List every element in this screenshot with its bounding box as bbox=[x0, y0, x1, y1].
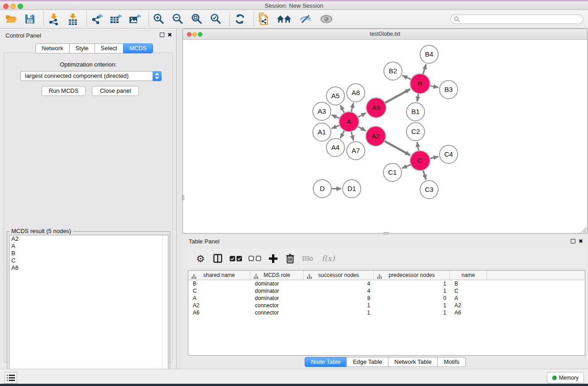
column-header-mcds-role[interactable]: MCDS role bbox=[250, 271, 304, 280]
graph-node-A8[interactable]: A8 bbox=[347, 84, 365, 102]
new-network-from-selection-button[interactable] bbox=[258, 12, 270, 26]
table-cell[interactable]: connector bbox=[250, 309, 304, 316]
zoom-out-button[interactable] bbox=[172, 12, 184, 26]
graph-node-C3[interactable]: C3 bbox=[420, 181, 438, 199]
mcds-result-list[interactable]: A2ABCA6 bbox=[9, 235, 168, 385]
graph-node-A7[interactable]: A7 bbox=[347, 142, 365, 160]
function-builder-button[interactable]: f(x) bbox=[319, 252, 337, 265]
table-cell[interactable]: 1 bbox=[374, 309, 450, 316]
import-network-button[interactable] bbox=[48, 12, 60, 26]
table-cell[interactable]: 8 bbox=[304, 295, 374, 302]
table-row[interactable]: Bdominator41B bbox=[188, 280, 585, 287]
memory-button[interactable]: Memory bbox=[547, 372, 584, 383]
table-cell[interactable]: B bbox=[450, 280, 487, 287]
table-cell[interactable]: A2 bbox=[188, 302, 250, 309]
graph-node-A3[interactable]: A3 bbox=[313, 102, 331, 120]
network-graph[interactable]: B4B2BB3A8A5A6B1A3AC2A1A2A4A7C4CC1C3DD1 bbox=[183, 40, 587, 233]
delete-table-button[interactable] bbox=[301, 252, 315, 265]
table-cell[interactable]: 1 bbox=[374, 302, 450, 309]
hide-selected-button[interactable] bbox=[298, 12, 313, 26]
tab-node-table[interactable]: Node Table bbox=[305, 357, 347, 367]
mcds-result-item[interactable]: A2 bbox=[10, 235, 168, 243]
table-cell[interactable]: A bbox=[188, 295, 250, 302]
table-cell[interactable]: dominator bbox=[250, 287, 304, 295]
tab-style[interactable]: Style bbox=[69, 43, 95, 53]
table-cell[interactable]: dominator bbox=[250, 295, 304, 302]
table-cell[interactable]: 4 bbox=[304, 287, 374, 295]
column-header-predecessor-nodes[interactable]: predecessor nodes bbox=[374, 271, 450, 280]
table-row[interactable]: A6connector11A6 bbox=[188, 309, 585, 316]
table-cell[interactable]: 1 bbox=[374, 287, 450, 295]
graph-node-D[interactable]: D bbox=[313, 180, 331, 198]
graph-node-B3[interactable]: B3 bbox=[440, 81, 458, 99]
tab-network-table[interactable]: Network Table bbox=[388, 357, 438, 367]
frame-resize-mark-bottom[interactable] bbox=[384, 232, 388, 234]
mcds-result-item[interactable]: C bbox=[10, 257, 168, 264]
zoom-fit-button[interactable] bbox=[191, 12, 203, 26]
table-cell[interactable]: C bbox=[188, 287, 250, 295]
graph-node-B2[interactable]: B2 bbox=[384, 62, 402, 80]
table-cell[interactable]: A6 bbox=[188, 309, 250, 316]
graph-node-D1[interactable]: D1 bbox=[343, 180, 361, 198]
table-cell[interactable]: B bbox=[188, 280, 250, 287]
frame-resize-grip[interactable] bbox=[581, 227, 587, 233]
import-table-button[interactable] bbox=[67, 12, 79, 26]
float-panel-icon[interactable] bbox=[160, 33, 164, 37]
table-cell[interactable]: 1 bbox=[374, 280, 450, 287]
close-panel-icon[interactable]: ✖ bbox=[167, 32, 172, 38]
table-cell[interactable]: 1 bbox=[304, 309, 374, 316]
export-network-button[interactable] bbox=[91, 12, 103, 26]
graph-node-C2[interactable]: C2 bbox=[406, 123, 425, 141]
frame-resize-mark-left[interactable] bbox=[182, 195, 184, 200]
network-window-titlebar[interactable]: testGlobe.txt bbox=[183, 29, 587, 40]
select-all-rows-button[interactable] bbox=[229, 252, 243, 265]
table-row[interactable]: A2connector11A2 bbox=[188, 302, 585, 309]
deselect-all-rows-button[interactable] bbox=[248, 252, 262, 265]
graph-node-B[interactable]: B bbox=[410, 74, 430, 94]
table-close-icon[interactable]: ✖ bbox=[578, 238, 583, 244]
graph-node-A2[interactable]: A2 bbox=[366, 126, 386, 146]
search-field[interactable] bbox=[450, 14, 583, 24]
table-row[interactable]: Adominator80A bbox=[188, 295, 585, 302]
graph-node-C4[interactable]: C4 bbox=[440, 145, 458, 163]
result-scrollbar[interactable] bbox=[162, 235, 168, 384]
zoom-selected-button[interactable] bbox=[210, 12, 222, 26]
home-button[interactable] bbox=[277, 12, 292, 26]
show-eye-button[interactable] bbox=[319, 12, 334, 26]
table-cell[interactable]: A2 bbox=[450, 302, 487, 309]
table-cell[interactable]: A6 bbox=[450, 309, 487, 316]
table-row[interactable]: Cdominator41C bbox=[188, 287, 585, 295]
table-cell[interactable]: 4 bbox=[304, 280, 374, 287]
table-cell[interactable]: A bbox=[450, 295, 487, 302]
show-columns-button[interactable] bbox=[211, 252, 224, 265]
zoom-in-button[interactable] bbox=[153, 12, 165, 26]
close-panel-button[interactable]: Close panel bbox=[92, 86, 139, 96]
table-cell[interactable]: connector bbox=[250, 302, 304, 309]
graph-node-A6[interactable]: A6 bbox=[366, 98, 386, 118]
tab-network[interactable]: Network bbox=[35, 43, 70, 53]
column-header-successor-nodes[interactable]: successor nodes bbox=[304, 271, 374, 280]
graph-node-C1[interactable]: C1 bbox=[383, 163, 402, 181]
export-image-button[interactable] bbox=[129, 12, 141, 26]
graph-node-A4[interactable]: A4 bbox=[326, 138, 344, 157]
graph-node-B1[interactable]: B1 bbox=[406, 103, 425, 121]
tab-select[interactable]: Select bbox=[95, 43, 124, 53]
table-settings-button[interactable]: ⚙ bbox=[194, 252, 207, 265]
graph-node-A[interactable]: A bbox=[339, 112, 359, 132]
search-input[interactable] bbox=[462, 15, 583, 23]
tab-edge-table[interactable]: Edge Table bbox=[346, 357, 388, 367]
run-mcds-button[interactable]: Run MCDS bbox=[42, 86, 86, 96]
column-header-shared-name[interactable]: shared name bbox=[188, 271, 250, 280]
delete-column-button[interactable] bbox=[284, 252, 296, 265]
graph-node-A5[interactable]: A5 bbox=[326, 87, 344, 105]
mcds-result-item[interactable]: A6 bbox=[10, 264, 168, 272]
show-panels-button[interactable] bbox=[5, 372, 17, 384]
save-session-button[interactable] bbox=[24, 12, 36, 26]
refresh-button[interactable] bbox=[234, 12, 246, 26]
table-cell[interactable]: C bbox=[450, 287, 487, 295]
mcds-result-item[interactable]: B bbox=[10, 250, 168, 257]
optimization-criterion-select[interactable]: largest connected component (directed) bbox=[20, 71, 162, 81]
column-header-name[interactable]: name bbox=[450, 271, 487, 280]
graph-node-C[interactable]: C bbox=[410, 151, 430, 171]
mcds-result-item[interactable]: A bbox=[10, 243, 168, 250]
